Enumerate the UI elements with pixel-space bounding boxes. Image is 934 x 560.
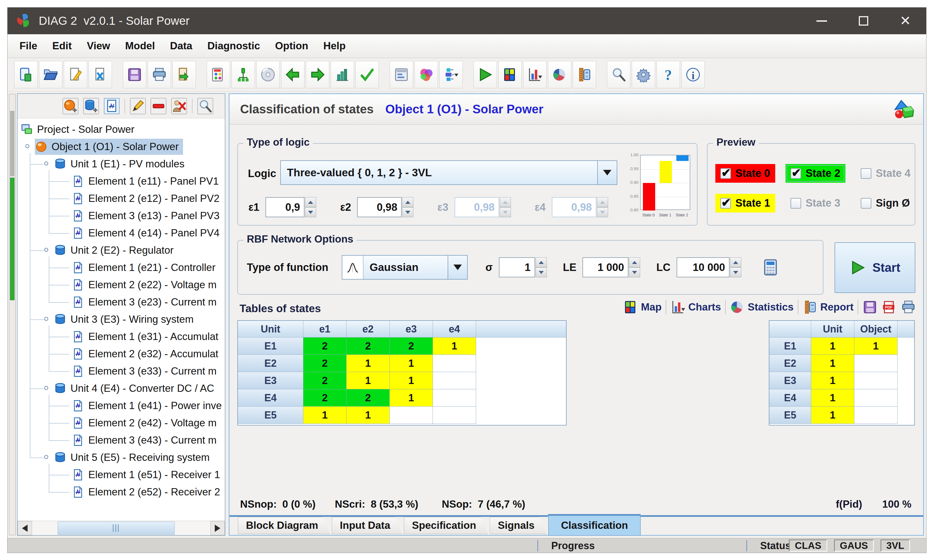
state-cell[interactable]: 2 (346, 337, 390, 355)
charts-button[interactable]: Charts (671, 300, 721, 315)
run-button[interactable] (474, 61, 497, 88)
tab-classification[interactable]: Classification (548, 514, 641, 536)
checkbox-checked[interactable]: ✔ (720, 168, 731, 179)
tree-item[interactable]: Element 3 (e43) - Current m (18, 432, 225, 449)
spinner-up-button[interactable] (402, 197, 413, 207)
state-cell[interactable] (854, 372, 897, 389)
tree-item-content[interactable]: Element 3 (e23) - Current m (72, 294, 221, 310)
edit-document-button[interactable] (64, 61, 87, 88)
check-button[interactable] (355, 61, 379, 88)
spinner-down-button[interactable] (402, 207, 413, 217)
tree-item-content[interactable]: Element 1 (e11) - Panel PV1 (72, 173, 223, 189)
report-button[interactable]: Report (803, 300, 854, 315)
cd-disk-button[interactable] (256, 61, 280, 88)
tree-expander[interactable] (44, 455, 48, 459)
preview-option-state-3[interactable]: State 3 (786, 194, 845, 212)
tree-item-content[interactable]: Unit 4 (E4) - Converter DC / AC (54, 380, 218, 397)
tree-item[interactable]: Element 2 (e52) - Receiver 2 (18, 483, 225, 501)
spinner-up-button[interactable] (535, 257, 547, 267)
menu-file[interactable]: File (12, 40, 45, 52)
tree-item-content[interactable]: Unit 1 (E1) - PV modules (54, 156, 189, 172)
state-cell[interactable]: 1 (811, 372, 854, 389)
menu-diagnostic[interactable]: Diagnostic (200, 40, 268, 52)
spinner-down-button[interactable] (535, 267, 547, 277)
state-cell[interactable]: 1 (303, 406, 346, 424)
delete-document-button[interactable] (89, 61, 112, 88)
minimize-button[interactable] (801, 8, 843, 34)
calculator-icon[interactable] (761, 258, 780, 277)
tree-item-content[interactable]: Element 2 (e12) - Panel PV2 (72, 191, 224, 207)
close-button[interactable]: ✕ (885, 8, 926, 34)
add-object-button[interactable] (63, 98, 78, 114)
add-element-button[interactable] (104, 98, 120, 114)
spinner-field[interactable]: 0,98 (552, 197, 596, 217)
save-button[interactable] (123, 61, 146, 88)
export-document-button[interactable] (172, 61, 196, 88)
function-combobox-button[interactable] (448, 255, 467, 279)
report-button[interactable] (573, 61, 596, 88)
tree-item[interactable]: Element 4 (e14) - Panel PV4 (18, 225, 225, 242)
tab-input-data[interactable]: Input Data (332, 517, 402, 534)
menu-option[interactable]: Option (268, 40, 316, 52)
state-cell[interactable] (854, 406, 897, 424)
tree-item[interactable]: Unit 4 (E4) - Converter DC / AC (18, 380, 225, 397)
collapsed-side-strip[interactable] (9, 94, 15, 535)
tree-item[interactable]: Project - Solar Power (18, 121, 225, 138)
logic-combobox-button[interactable] (597, 161, 617, 185)
new-document-button[interactable] (14, 61, 38, 88)
spinner-up-button[interactable] (730, 257, 741, 267)
tree-item-content[interactable]: Element 4 (e14) - Panel PV4 (72, 225, 224, 241)
checkbox-unchecked[interactable] (861, 168, 871, 179)
spinner-field[interactable]: 1 (499, 257, 535, 277)
tree-item[interactable]: Element 2 (e42) - Voltage m (18, 414, 225, 432)
tree-item-selected[interactable]: Object 1 (O1) - Solar Power (35, 138, 183, 155)
palette-button[interactable] (414, 61, 438, 88)
preview-option-state-2[interactable]: ✔State 2 (786, 164, 845, 183)
arrow-right-button[interactable] (306, 61, 329, 88)
state-cell[interactable]: 1 (346, 355, 390, 372)
tree-item-content[interactable]: Element 2 (e42) - Voltage m (72, 415, 221, 431)
tab-block-diagram[interactable]: Block Diagram (238, 517, 330, 534)
state-cell[interactable] (433, 406, 476, 424)
tree-item[interactable]: Element 3 (e23) - Current m (18, 294, 225, 311)
tree-item-content[interactable]: Element 2 (e32) - Accumulat (72, 346, 223, 362)
tree-item-content[interactable]: Unit 2 (E2) - Regulator (54, 242, 178, 258)
network-tree-button[interactable] (231, 61, 255, 88)
tree-item-content[interactable]: Element 1 (e21) - Controller (72, 260, 220, 276)
spinner-down-button[interactable] (500, 207, 511, 217)
tree-item[interactable]: Element 2 (e32) - Accumulat (18, 345, 225, 363)
spinner-up-button[interactable] (500, 197, 511, 207)
state-cell[interactable]: 2 (303, 355, 346, 372)
logic-combobox[interactable]: Three-valued { 0, 1, 2 } - 3VL (280, 160, 617, 185)
pdf-button[interactable]: PDF (882, 300, 897, 315)
map-button[interactable]: Map (623, 300, 662, 315)
tree-item[interactable]: Element 1 (e21) - Controller (18, 259, 225, 276)
state-cell[interactable]: 1 (390, 355, 433, 372)
tree-item[interactable]: Unit 5 (E5) - Receiving system (18, 449, 225, 466)
scroll-left-button[interactable] (18, 521, 32, 535)
preview-option-state-1[interactable]: ✔State 1 (716, 194, 775, 212)
statistics-button[interactable]: Statistics (730, 300, 794, 315)
menu-edit[interactable]: Edit (45, 40, 79, 52)
spinner-field[interactable]: 0,98 (455, 197, 499, 217)
state-cell[interactable]: 1 (390, 389, 433, 406)
state-cell[interactable]: 2 (303, 337, 346, 355)
state-cell[interactable]: 1 (854, 337, 897, 355)
checkbox-checked[interactable]: ✔ (720, 198, 731, 209)
tree-item[interactable]: Element 1 (e11) - Panel PV1 (18, 173, 225, 190)
state-cell[interactable]: 2 (303, 389, 346, 406)
tree-item-content[interactable]: Element 3 (e33) - Current m (72, 363, 221, 379)
state-cell[interactable] (854, 355, 897, 372)
tab-specification[interactable]: Specification (404, 517, 488, 534)
menu-model[interactable]: Model (117, 40, 162, 52)
state-cell[interactable]: 1 (811, 355, 854, 372)
tree-item[interactable]: Element 1 (e31) - Accumulat (18, 328, 225, 345)
settings-gear-button[interactable] (632, 61, 655, 88)
tree-item[interactable]: Unit 1 (E1) - PV modules (18, 155, 225, 173)
spinner-up-button[interactable] (305, 197, 316, 207)
state-cell[interactable] (433, 389, 476, 406)
state-cell[interactable]: 2 (390, 337, 433, 355)
tree-expander[interactable] (44, 248, 48, 252)
add-unit-button[interactable] (83, 98, 99, 114)
charts-dropdown-button[interactable] (523, 61, 546, 88)
